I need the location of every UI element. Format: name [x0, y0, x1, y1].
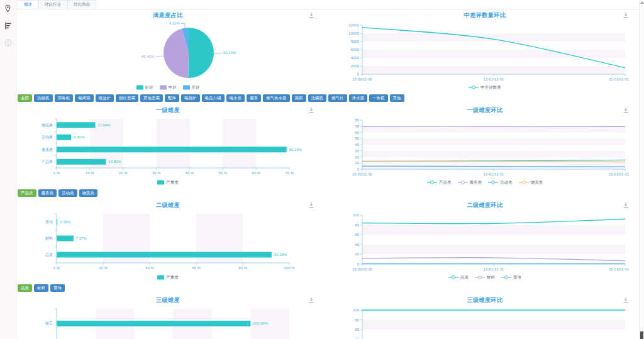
- filter-button[interactable]: 洗碗机: [308, 94, 327, 102]
- filter-button[interactable]: 活动类: [58, 189, 77, 197]
- vertical-scrollbar[interactable]: [639, 0, 644, 339]
- filter-button[interactable]: 微波炉: [96, 94, 114, 102]
- legend-item[interactable]: 品质: [448, 275, 469, 280]
- filter-button[interactable]: 产品类: [18, 189, 36, 197]
- filter-button[interactable]: 电水壶: [226, 94, 245, 102]
- legend-item[interactable]: 中差评数量: [469, 85, 501, 90]
- tab-compare-product[interactable]: 对比商品: [67, 0, 96, 9]
- satisfaction-pie-card: 满意度占比 50.29%45.40%4.31% 好评中评差评: [18, 11, 318, 92]
- collapse-circle-icon[interactable]: [4, 39, 12, 47]
- filter-button[interactable]: 服务: [247, 94, 261, 102]
- legend-item[interactable]: 宣传: [501, 275, 521, 280]
- svg-text:50 %: 50 %: [218, 171, 227, 175]
- download-icon[interactable]: [308, 202, 314, 208]
- svg-text:30: 30: [355, 149, 359, 153]
- svg-text:70 %: 70 %: [285, 171, 294, 175]
- legend-label: 中差评数量: [480, 86, 501, 90]
- download-icon[interactable]: [308, 12, 314, 18]
- download-icon[interactable]: [623, 297, 629, 303]
- svg-text:70: 70: [355, 125, 359, 128]
- svg-text:40: 40: [355, 143, 359, 147]
- legend-item[interactable]: 差评: [183, 85, 200, 90]
- svg-text:80: 80: [355, 318, 359, 322]
- main-panel: 概述 对比行业 对比商品 满意度占比 50.29%45.40%4.31% 好评中…: [16, 0, 644, 339]
- filter-button[interactable]: 其他套装: [140, 94, 163, 102]
- icon-sidebar: [0, 0, 16, 339]
- svg-text:10000: 10000: [348, 31, 359, 35]
- legend-item[interactable]: 物流类: [519, 180, 543, 185]
- level2-trend-legend: 品质材料宣传: [337, 273, 633, 282]
- svg-text:20: 20: [355, 155, 359, 159]
- filter-button[interactable]: 其他: [390, 94, 404, 102]
- svg-text:12-01/12-31: 12-01/12-31: [484, 267, 504, 271]
- legend-item[interactable]: 严重度: [157, 180, 179, 185]
- svg-text:100.00%: 100.00%: [253, 322, 268, 326]
- dashboard-row-3: 二级维度 0 %20 %40 %60 %80 %100 %宣传0.35%材料7.…: [18, 201, 644, 282]
- svg-text:01-01/01-31: 01-01/01-31: [609, 77, 630, 81]
- download-icon[interactable]: [308, 107, 314, 113]
- filter-button[interactable]: 一体机: [369, 94, 388, 102]
- svg-text:12000: 12000: [348, 23, 359, 27]
- svg-text:01-01/01-31: 01-01/01-31: [609, 172, 630, 176]
- filter-button[interactable]: 燃气热水器: [263, 94, 290, 102]
- svg-text:100 %: 100 %: [284, 266, 295, 270]
- legend-label: 产品类: [439, 181, 452, 185]
- legend-item[interactable]: 服务类: [458, 180, 482, 185]
- filter-button[interactable]: 燃气灶: [328, 94, 347, 102]
- legend-item[interactable]: 产品类: [427, 180, 452, 185]
- svg-text:0: 0: [357, 262, 360, 266]
- legend-label: 严重度: [166, 275, 179, 280]
- svg-text:做工: 做工: [45, 321, 53, 326]
- filter-button[interactable]: 材料: [34, 284, 48, 292]
- level1-bar-chart: 0 %10 %20 %30 %40 %50 %60 %70 %物流类11.64%…: [18, 115, 318, 178]
- svg-text:4000: 4000: [351, 56, 360, 60]
- legend-item[interactable]: 活动类: [488, 180, 513, 185]
- download-icon[interactable]: [308, 297, 314, 303]
- filter-button[interactable]: 烟灶套装: [116, 94, 138, 102]
- filter-button[interactable]: 服务类: [38, 189, 57, 197]
- tab-overview[interactable]: 概述: [18, 0, 38, 9]
- filter-button[interactable]: 蒸箱: [292, 94, 306, 102]
- scrollbar-thumb[interactable]: [640, 331, 643, 339]
- dashboard-app: 概述 对比行业 对比商品 满意度占比 50.29%45.40%4.31% 好评中…: [0, 0, 644, 339]
- scrollbar-up-arrow[interactable]: [640, 1, 644, 4]
- legend-label: 中评: [169, 86, 177, 90]
- svg-text:92.38%: 92.38%: [274, 253, 287, 257]
- filter-button[interactable]: 品质: [18, 284, 32, 292]
- map-pin-icon[interactable]: [4, 4, 11, 13]
- dashboard-row-2: 一级维度 0 %10 %20 %30 %40 %50 %60 %70 %物流类1…: [18, 106, 644, 187]
- filter-button[interactable]: 电烤箱: [75, 94, 94, 102]
- download-icon[interactable]: [623, 202, 629, 208]
- filter-button[interactable]: 全部: [18, 94, 32, 102]
- legend-item[interactable]: 材料: [475, 275, 495, 280]
- svg-text:服务类: 服务类: [42, 148, 53, 152]
- legend-item[interactable]: 中评: [160, 85, 177, 90]
- svg-text:4.31%: 4.31%: [169, 21, 180, 25]
- filter-button[interactable]: 物流类: [79, 189, 98, 197]
- legend-item[interactable]: 严重度: [157, 275, 179, 280]
- filter-button[interactable]: 电磁炉: [181, 94, 200, 102]
- svg-text:10 %: 10 %: [86, 171, 94, 175]
- filter-button[interactable]: 宣传: [50, 284, 65, 292]
- svg-text:0.35%: 0.35%: [60, 220, 71, 224]
- tab-compare-industry[interactable]: 对比行业: [38, 0, 67, 9]
- filter-button[interactable]: 配件: [165, 94, 179, 102]
- download-icon[interactable]: [623, 107, 629, 113]
- filter-button[interactable]: 油烟机: [34, 94, 53, 102]
- svg-text:7.27%: 7.27%: [76, 236, 87, 240]
- filter-button[interactable]: 电压力锅: [202, 94, 225, 102]
- dashboard-content: 满意度占比 50.29%45.40%4.31% 好评中评差评 中差评数量环比 0…: [16, 9, 644, 339]
- chart-title: 三级维度环比: [467, 296, 503, 304]
- product-category-filter-row: 全部油烟机消毒柜电烤箱微波炉烟灶套装其他套装配件电磁炉电压力锅电水壶服务燃气热水…: [18, 94, 644, 102]
- svg-text:2000: 2000: [351, 64, 360, 68]
- ranking-chart-icon[interactable]: [4, 22, 12, 30]
- filter-button[interactable]: 净水器: [349, 94, 368, 102]
- level2-trend-chart: 02040608010010-31/11-3012-01/12-3101-01/…: [337, 210, 633, 273]
- chart-title: 一级维度环比: [467, 106, 503, 114]
- download-icon[interactable]: [623, 12, 629, 18]
- filter-button[interactable]: 消毒柜: [55, 94, 74, 102]
- chart-title: 中差评数量环比: [464, 11, 506, 19]
- svg-text:10-31/11-30: 10-31/11-30: [352, 77, 373, 81]
- level1-trend-legend: 产品类服务类活动类物流类: [337, 178, 633, 187]
- legend-item[interactable]: 好评: [136, 85, 153, 90]
